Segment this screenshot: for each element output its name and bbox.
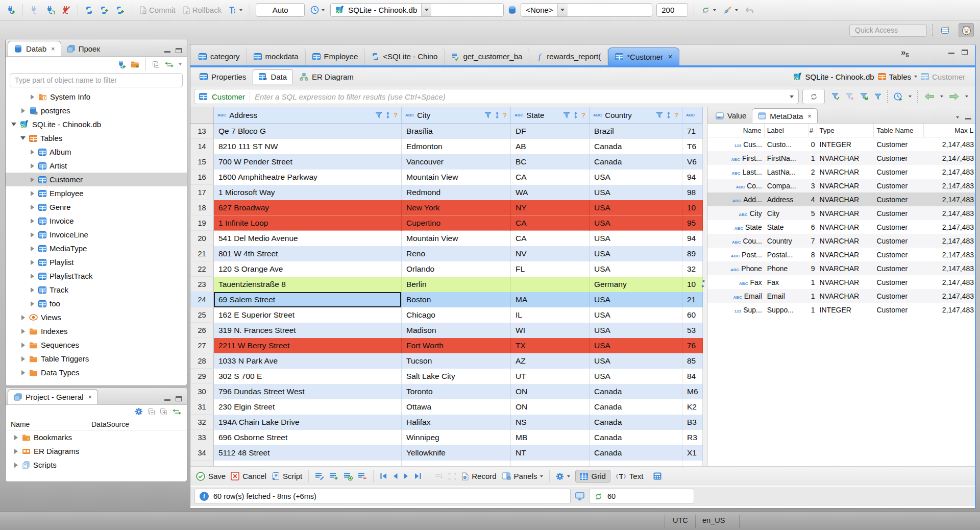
sort-icon[interactable] xyxy=(573,112,578,118)
cell-city[interactable]: Mountain View xyxy=(402,170,511,185)
cell-city[interactable]: Berlin xyxy=(402,277,511,292)
editor-tab[interactable]: Employee xyxy=(306,47,365,65)
sort-icon[interactable] xyxy=(385,112,390,118)
tree-item[interactable]: Invoice xyxy=(6,214,187,228)
expander-arrow-icon[interactable] xyxy=(29,287,35,293)
expander-arrow-icon[interactable] xyxy=(29,246,35,251)
view-menu-button[interactable] xyxy=(956,116,959,118)
panel-splitter[interactable]: ◂▸ xyxy=(703,107,707,466)
tab-projects[interactable]: Проек xyxy=(61,41,106,56)
monitor-icon[interactable] xyxy=(575,492,584,500)
expander-arrow-icon[interactable] xyxy=(29,177,35,182)
sync-connection-button[interactable] xyxy=(700,3,718,17)
filter-help-icon[interactable]: ? xyxy=(674,111,678,119)
edit-row-button[interactable] xyxy=(315,472,324,480)
metadata-row[interactable]: ABCCo... Compa... 3 NVARCHAR Customer 2,… xyxy=(707,179,976,192)
row-number-cell[interactable]: 26 xyxy=(190,323,214,338)
fetch-previous-icon[interactable] xyxy=(924,93,935,100)
expander-arrow-icon[interactable] xyxy=(20,136,26,140)
column-header-maxlength[interactable]: Max L xyxy=(924,124,976,137)
close-icon[interactable]: × xyxy=(668,53,672,61)
tree-item[interactable]: Sequences xyxy=(6,338,187,352)
cell-country[interactable]: USA xyxy=(590,353,682,369)
auto-refresh-icon[interactable] xyxy=(894,92,903,101)
cell-postalcode[interactable]: 84 xyxy=(682,369,703,384)
minimize-view-button[interactable] xyxy=(164,49,170,53)
new-folder-button[interactable] xyxy=(131,61,139,68)
cell-country[interactable]: USA xyxy=(590,323,682,338)
column-header-label[interactable]: Label xyxy=(765,124,808,137)
collapse-all-button[interactable] xyxy=(148,408,155,416)
metadata-row[interactable]: ABCFax Fax 1 NVARCHAR Customer 2,147,483 xyxy=(707,275,976,289)
cell-address[interactable]: 194A Chain Lake Drive xyxy=(214,415,402,430)
expander-arrow-icon[interactable] xyxy=(20,356,26,362)
row-number-cell[interactable]: 34 xyxy=(190,445,214,461)
cell-postalcode[interactable]: 89 xyxy=(682,246,703,261)
expander-arrow-icon[interactable] xyxy=(29,191,35,196)
cell-city[interactable]: Vancouver xyxy=(402,154,511,170)
cell-address[interactable]: Qe 7 Bloco G xyxy=(214,124,402,139)
filter-icon[interactable] xyxy=(375,112,382,118)
format-button[interactable] xyxy=(722,3,740,17)
editor-tab[interactable]: *Customer × xyxy=(608,47,679,65)
panels-button[interactable]: Panels xyxy=(502,472,544,480)
cell-country[interactable]: USA xyxy=(590,307,682,323)
column-header-state[interactable]: ABC State ? xyxy=(511,107,590,124)
cell-city[interactable]: Orlando xyxy=(402,261,511,277)
cell-state[interactable]: NT xyxy=(511,445,590,461)
row-number-cell[interactable]: 19 xyxy=(190,215,214,231)
cell-country[interactable]: Canada xyxy=(590,399,682,415)
cell-state[interactable] xyxy=(511,277,590,292)
column-header-country[interactable]: ABC Country ? xyxy=(590,107,682,124)
tree-item[interactable]: Table Triggers xyxy=(6,352,187,366)
column-header-name[interactable]: Name xyxy=(11,420,87,428)
expander-arrow-icon[interactable] xyxy=(11,123,17,126)
maximize-view-button[interactable] xyxy=(962,50,968,55)
filter-help-icon[interactable]: ? xyxy=(503,111,507,119)
record-mode-button[interactable]: Record xyxy=(461,472,496,480)
tree-item[interactable]: System Info xyxy=(6,90,187,104)
cell-country[interactable]: USA xyxy=(590,215,682,231)
editor-tab[interactable]: f rewards_report( xyxy=(529,47,608,65)
cell-address[interactable]: 700 W Pender Street xyxy=(214,154,402,170)
cell-country[interactable]: USA xyxy=(590,261,682,277)
open-sql-editor-button[interactable] xyxy=(99,3,110,17)
locale-label[interactable]: en_US xyxy=(702,516,725,524)
column-header-address[interactable]: ABC Address ? xyxy=(214,107,402,124)
cell-city[interactable]: Ottawa xyxy=(402,399,511,415)
metadata-row[interactable]: ABCAdd... Address 4 NVARCHAR Customer 2,… xyxy=(707,192,976,206)
metadata-row[interactable]: 123Cus... Custo... 0 INTEGER Customer 2,… xyxy=(707,137,976,151)
expander-arrow-icon[interactable] xyxy=(20,329,26,334)
row-number-cell[interactable]: 29 xyxy=(190,369,214,384)
cell-state[interactable]: CA xyxy=(511,170,590,185)
cell-state[interactable]: IL xyxy=(511,307,590,323)
expander-arrow-icon[interactable] xyxy=(29,232,35,237)
navigator-filter-input[interactable]: Type part of object name to filter xyxy=(10,73,183,87)
cell-state[interactable]: AB xyxy=(511,139,590,154)
column-header-name[interactable]: Name xyxy=(707,124,765,137)
column-header-type[interactable]: Type xyxy=(817,124,874,137)
expander-arrow-icon[interactable] xyxy=(29,150,35,155)
sort-icon[interactable] xyxy=(495,112,500,118)
expander-arrow-icon[interactable] xyxy=(29,163,35,168)
metadata-row[interactable]: ABCFirst... FirstNa... 1 NVARCHAR Custom… xyxy=(707,151,976,165)
metadata-row[interactable]: ABCLast... LastNa... 2 NVARCHAR Customer… xyxy=(707,165,976,179)
grid-corner-cell[interactable] xyxy=(190,107,214,124)
timezone-label[interactable]: UTC xyxy=(673,516,688,524)
cell-address[interactable]: 696 Osborne Street xyxy=(214,430,402,445)
cell-city[interactable]: Boston xyxy=(402,292,511,307)
tree-item[interactable]: Artist xyxy=(6,159,187,173)
commit-button[interactable]: Commit xyxy=(138,3,177,17)
fetch-size-input[interactable]: 200 xyxy=(656,3,688,17)
expander-arrow-icon[interactable] xyxy=(29,94,35,100)
apply-filter-icon[interactable] xyxy=(831,93,840,100)
cell-postalcode[interactable]: 21 xyxy=(682,292,703,307)
tree-item[interactable]: InvoiceLine xyxy=(6,228,187,242)
chevron-down-icon[interactable] xyxy=(965,95,968,98)
back-button[interactable] xyxy=(744,3,755,17)
filter-icon[interactable] xyxy=(656,112,663,118)
column-header-datasource[interactable]: DataSource xyxy=(87,420,129,428)
column-header-postalcode[interactable]: ABC xyxy=(682,107,703,124)
cell-postalcode[interactable]: 10 xyxy=(682,200,703,215)
tree-item[interactable]: Album xyxy=(6,145,187,159)
